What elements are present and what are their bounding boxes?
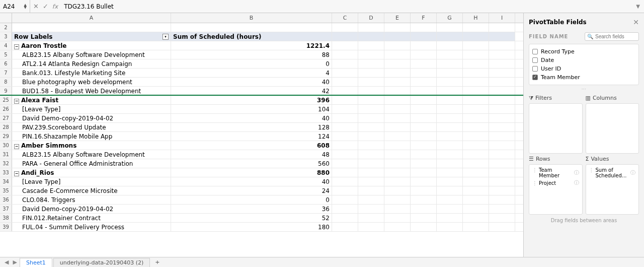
cell[interactable]	[358, 87, 384, 95]
cell[interactable]	[437, 205, 463, 213]
cell[interactable]	[332, 141, 358, 150]
pivot-field[interactable]: Team Member	[532, 73, 635, 82]
cell[interactable]	[463, 78, 489, 86]
columns-dropzone[interactable]	[586, 103, 639, 154]
close-icon[interactable]: ✕	[633, 18, 639, 26]
cell[interactable]	[411, 214, 437, 222]
row-header[interactable]: 4	[0, 41, 12, 50]
col-header-A[interactable]: A	[12, 13, 171, 23]
cell[interactable]	[384, 78, 411, 86]
cell[interactable]	[489, 205, 515, 213]
sheet-tab-other[interactable]: underlying-data-20190403 (2)	[53, 258, 150, 267]
rows-dropzone[interactable]: ⋮Team Memberⓘ⋮Projectⓘ	[529, 164, 583, 215]
cell[interactable]	[489, 132, 515, 141]
cell[interactable]: David Demo-copy-2019-04-02	[12, 205, 171, 213]
col-header-G[interactable]: G	[437, 13, 463, 23]
cell[interactable]: BUD1.58 - Budapest Web Development	[12, 87, 171, 95]
cell[interactable]	[384, 114, 411, 122]
checkbox[interactable]	[532, 49, 538, 54]
cell[interactable]	[358, 132, 384, 141]
cell[interactable]	[463, 214, 489, 222]
cell[interactable]	[437, 214, 463, 222]
cell[interactable]	[489, 78, 515, 86]
add-sheet-button[interactable]: +	[151, 258, 164, 266]
name-box[interactable]: A24 ▲▼	[0, 0, 30, 13]
cell[interactable]: 24	[171, 186, 332, 195]
cell[interactable]	[463, 177, 489, 186]
select-all-corner[interactable]	[0, 13, 12, 23]
cell[interactable]	[411, 23, 437, 32]
cell[interactable]: 0	[171, 59, 332, 68]
cell[interactable]	[12, 23, 171, 32]
cell[interactable]: 4	[171, 69, 332, 77]
cell[interactable]	[384, 132, 411, 141]
cell[interactable]: ALB23.15 Albany Software Development	[12, 50, 171, 59]
cell[interactable]	[411, 78, 437, 86]
cell[interactable]: −Alexa Faist	[12, 96, 171, 104]
row-header[interactable]: 31	[0, 150, 12, 159]
cell[interactable]	[384, 168, 411, 177]
cell[interactable]: FUL.04 - Summit Delivery Process	[12, 223, 171, 231]
values-dropzone[interactable]: ⋮Sum of Scheduled...ⓘ	[586, 164, 639, 215]
row-header[interactable]: 32	[0, 159, 12, 168]
cell[interactable]	[358, 141, 384, 150]
cell[interactable]	[437, 50, 463, 59]
cell[interactable]	[358, 195, 384, 204]
checkbox[interactable]	[532, 75, 538, 80]
checkbox[interactable]	[532, 66, 538, 72]
cancel-icon[interactable]: ✕	[33, 3, 39, 10]
cell[interactable]: 396	[171, 96, 332, 104]
cell[interactable]: David Demo-copy-2019-04-02	[12, 114, 171, 122]
cell[interactable]	[463, 105, 489, 113]
cell[interactable]: [Leave Type]	[12, 105, 171, 113]
cell[interactable]	[489, 195, 515, 204]
cell[interactable]	[332, 23, 358, 32]
filters-dropzone[interactable]	[529, 103, 583, 154]
cell[interactable]	[463, 123, 489, 131]
cell[interactable]	[411, 177, 437, 186]
collapse-icon[interactable]: −	[14, 44, 19, 49]
cell[interactable]	[411, 114, 437, 122]
cell[interactable]	[384, 96, 411, 104]
pivot-field[interactable]: Date	[532, 56, 635, 64]
col-header-B[interactable]: B	[171, 13, 332, 23]
row-header[interactable]: 25	[0, 96, 12, 104]
cell[interactable]	[358, 177, 384, 186]
cell[interactable]	[463, 114, 489, 122]
info-icon[interactable]: ⓘ	[574, 179, 579, 186]
cell[interactable]	[489, 141, 515, 150]
row-header[interactable]: 34	[0, 177, 12, 186]
cell[interactable]	[332, 59, 358, 68]
cell[interactable]	[437, 114, 463, 122]
cell[interactable]	[332, 195, 358, 204]
cell[interactable]: 880	[171, 168, 332, 177]
cell[interactable]	[463, 132, 489, 141]
formula-expand-icon[interactable]: ▼	[632, 4, 644, 9]
cell[interactable]	[463, 41, 489, 50]
cell[interactable]	[437, 23, 463, 32]
row-header[interactable]: 38	[0, 214, 12, 222]
cell[interactable]	[332, 214, 358, 222]
cell[interactable]	[489, 96, 515, 104]
cell[interactable]: 42	[171, 87, 332, 95]
col-header-E[interactable]: E	[384, 13, 411, 23]
cell[interactable]	[489, 23, 515, 32]
cell[interactable]	[463, 32, 489, 41]
row-header[interactable]: 6	[0, 59, 12, 68]
cell[interactable]: PIN.16.Shazample Mobile App	[12, 132, 171, 141]
cell[interactable]: [Leave Type]	[12, 177, 171, 186]
cell[interactable]: −Aaron Trostle	[12, 41, 171, 50]
cell[interactable]: ALB23.15 Albany Software Development	[12, 150, 171, 159]
cell[interactable]	[437, 132, 463, 141]
cell[interactable]	[437, 41, 463, 50]
cell[interactable]	[384, 205, 411, 213]
cell[interactable]	[489, 32, 515, 41]
cell[interactable]	[332, 32, 358, 41]
sheet-tab-active[interactable]: Sheet1	[20, 258, 52, 267]
cell[interactable]	[411, 123, 437, 131]
cell[interactable]	[384, 214, 411, 222]
cell[interactable]	[437, 59, 463, 68]
collapse-icon[interactable]: −	[14, 99, 19, 104]
cell[interactable]	[463, 205, 489, 213]
cell[interactable]	[384, 150, 411, 159]
